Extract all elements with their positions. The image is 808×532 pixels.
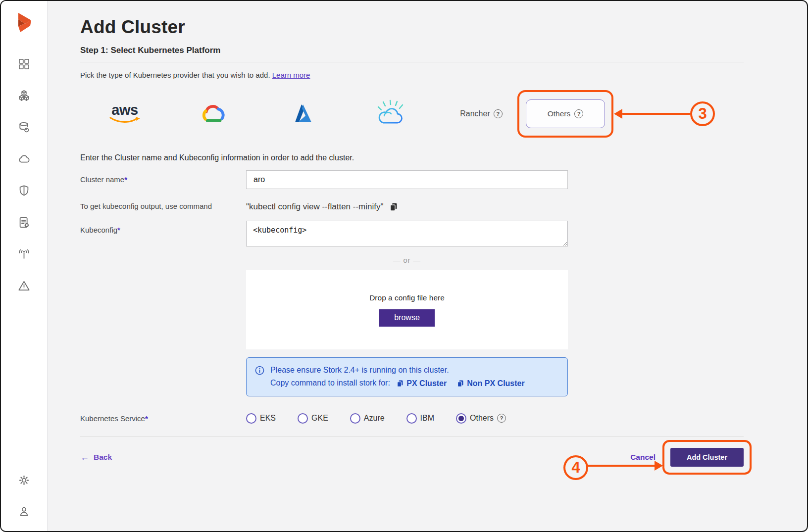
radio-circle-selected[interactable]	[456, 413, 466, 424]
non-px-cluster-copy-link[interactable]: Non PX Cluster	[456, 377, 524, 390]
sidebar-item-activity[interactable]	[17, 247, 31, 261]
warning-triangle-icon	[17, 279, 31, 292]
provider-google-cloud[interactable]	[169, 102, 258, 126]
portworx-logo[interactable]	[14, 11, 35, 36]
sidebar-item-clusters[interactable]	[17, 89, 31, 102]
provider-rancher[interactable]: Rancher ?	[437, 109, 526, 118]
database-restore-icon	[17, 121, 31, 134]
radio-circle[interactable]	[246, 413, 256, 424]
help-icon[interactable]: ?	[497, 414, 506, 423]
alert-line2: Copy command to install stork for: PX Cl…	[270, 377, 525, 390]
kubeconfig-command-label: To get kubeconfig output, use command	[80, 202, 246, 212]
provider-azure[interactable]	[258, 102, 348, 126]
divider	[80, 62, 744, 62]
learn-more-link[interactable]: Learn more	[272, 71, 310, 79]
radio-azure[interactable]: Azure	[350, 413, 385, 424]
sidebar-item-cloud[interactable]	[17, 152, 31, 166]
gear-icon	[17, 474, 31, 487]
footer-actions: ← Back Cancel Add Cluster 4	[80, 437, 744, 480]
sidebar-item-settings[interactable]	[17, 474, 31, 487]
sidebar-item-alerts[interactable]	[17, 279, 31, 292]
sidebar-item-data-backup[interactable]	[17, 121, 31, 134]
provider-row: aws	[80, 89, 744, 139]
report-settings-icon	[17, 216, 31, 229]
provider-ibm-cloud[interactable]	[348, 99, 437, 129]
sidebar-item-security[interactable]	[17, 184, 31, 197]
sidebar-item-reports[interactable]	[17, 216, 31, 229]
copy-icon	[396, 380, 404, 387]
user-icon	[17, 505, 31, 518]
or-divider: — or —	[246, 256, 568, 264]
rancher-label: Rancher	[460, 109, 490, 118]
dashboard-grid-icon	[17, 57, 31, 71]
azure-icon	[289, 102, 317, 126]
add-cluster-button[interactable]: Add Cluster	[670, 448, 744, 467]
copy-icon	[456, 380, 464, 387]
back-arrow-icon: ←	[80, 453, 89, 462]
help-icon[interactable]: ?	[574, 109, 583, 118]
kubernetes-service-row: Kubernetes Service* EKS GKE Azure IBM Ot…	[80, 413, 744, 424]
shield-icon	[17, 184, 31, 197]
config-dropzone[interactable]: Drop a config file here browse	[246, 270, 568, 349]
aws-logo: aws	[111, 103, 138, 116]
kubernetes-service-label: Kubernetes Service*	[80, 413, 246, 424]
copy-command-button[interactable]	[389, 202, 399, 212]
px-cluster-copy-link[interactable]: PX Cluster	[396, 377, 447, 390]
kubeconfig-command-row: To get kubeconfig output, use command "k…	[80, 202, 744, 212]
others-label: Others	[548, 109, 571, 118]
provider-description: Pick the type of Kubernetes provider tha…	[80, 71, 744, 79]
kubeconfig-textarea[interactable]: <kubeconfig>	[246, 221, 568, 246]
sidebar-item-profile[interactable]	[17, 505, 31, 518]
cubes-icon	[17, 89, 31, 102]
help-icon[interactable]: ?	[494, 109, 503, 118]
radio-ibm[interactable]: IBM	[406, 413, 434, 424]
aws-smile-icon	[109, 116, 141, 124]
cloud-sun-icon	[374, 99, 410, 129]
annotation-3-arrowhead	[614, 109, 622, 119]
cloud-icon	[17, 152, 31, 166]
provider-aws[interactable]: aws	[80, 103, 169, 124]
form-intro: Enter the Cluster name and Kubeconfig in…	[80, 153, 744, 162]
antenna-broadcast-icon	[17, 247, 31, 261]
annotation-4-arrowhead	[655, 461, 663, 471]
cluster-name-input[interactable]	[246, 170, 568, 189]
radio-others[interactable]: Others?	[456, 413, 506, 424]
info-icon	[254, 364, 265, 390]
sidebar	[1, 1, 48, 531]
kubeconfig-label: Kubeconfig*	[80, 221, 246, 248]
dropzone-text: Drop a config file here	[369, 293, 445, 302]
radio-eks[interactable]: EKS	[246, 413, 276, 424]
required-marker: *	[117, 226, 120, 234]
radio-circle[interactable]	[298, 413, 308, 424]
sidebar-item-dashboard[interactable]	[17, 57, 31, 71]
cluster-name-row: Cluster name*	[80, 170, 744, 189]
radio-circle[interactable]	[406, 413, 417, 424]
radio-gke[interactable]: GKE	[298, 413, 328, 424]
page-title: Add Cluster	[80, 17, 744, 38]
alert-line1: Please ensure Stork 2.4+ is running on t…	[270, 364, 525, 377]
sidebar-footer	[17, 474, 31, 518]
cancel-button[interactable]: Cancel	[630, 453, 656, 462]
copy-icon	[389, 202, 399, 212]
stork-info-alert: Please ensure Stork 2.4+ is running on t…	[246, 357, 568, 396]
main-panel: Add Cluster Step 1: Select Kubernetes Pl…	[48, 1, 807, 531]
sidebar-nav	[17, 57, 31, 292]
kubeconfig-command-text: "kubectl config view --flatten --minify"	[246, 202, 384, 212]
cluster-name-label: Cluster name*	[80, 170, 246, 189]
required-marker: *	[145, 414, 148, 423]
annotation-3-badge: 3	[690, 101, 715, 126]
add-cluster-wrap: Add Cluster 4	[670, 448, 744, 467]
step-heading: Step 1: Select Kubernetes Platform	[80, 46, 744, 55]
back-button[interactable]: ← Back	[80, 453, 112, 462]
kubeconfig-row: Kubeconfig* <kubeconfig>	[80, 221, 744, 248]
provider-others-button[interactable]: Others ?	[526, 99, 605, 128]
provider-others-wrap: Others ? 3	[526, 99, 605, 128]
radio-circle[interactable]	[350, 413, 360, 424]
required-marker: *	[124, 175, 127, 184]
google-cloud-icon	[199, 102, 229, 126]
app-window: Add Cluster Step 1: Select Kubernetes Pl…	[0, 0, 808, 532]
annotation-3-arrowline	[622, 113, 691, 115]
browse-button[interactable]: browse	[379, 309, 435, 327]
annotation-4-badge: 4	[563, 455, 588, 480]
annotation-4-arrowline	[587, 465, 656, 467]
